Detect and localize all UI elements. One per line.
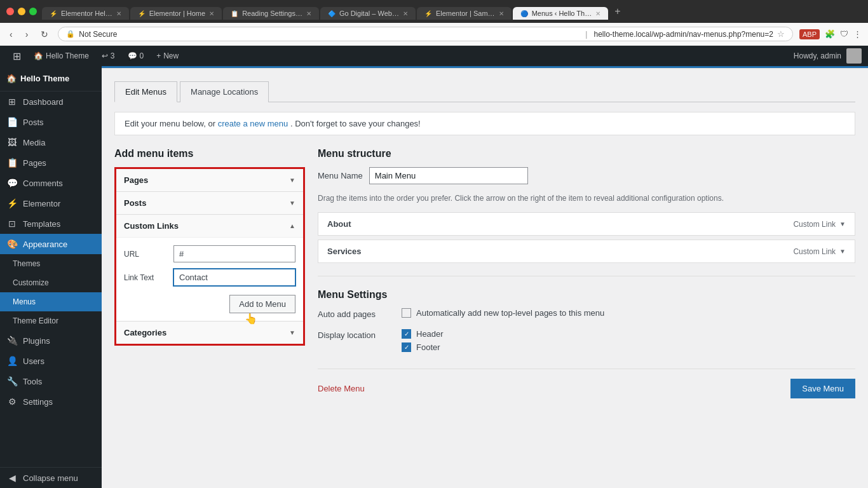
site-name-item[interactable]: 🏠 Hello Theme [27, 46, 95, 66]
accordion-pages-header[interactable]: Pages ▼ [116, 169, 303, 191]
tab-manage-locations-label: Manage Locations [191, 87, 258, 97]
about-item-type-label: Custom Link [793, 220, 836, 229]
sidebar-label-users: Users [23, 356, 44, 366]
link-text-input[interactable] [173, 269, 295, 286]
accordion-categories-label: Categories [124, 328, 166, 337]
pages-icon: 📋 [6, 158, 18, 168]
wp-logo-item[interactable]: ⊞ [6, 46, 27, 66]
display-location-content: ✓ Header ✓ Footer [402, 329, 855, 356]
tab-manage-locations[interactable]: Manage Locations [180, 81, 269, 102]
browser-tab-4[interactable]: 🔷 Go Digital – Web… ✕ [320, 7, 416, 20]
accordion-posts-arrow: ▼ [289, 200, 295, 207]
accordion-pages-label: Pages [124, 175, 148, 185]
sidebar-item-appearance[interactable]: 🎨 Appearance [0, 234, 102, 254]
sidebar-item-templates[interactable]: ⊡ Templates [0, 214, 102, 234]
wp-admin-bar: ⊞ 🏠 Hello Theme ↩ 3 💬 0 + New Howdy, adm… [0, 46, 868, 66]
star-icon[interactable]: ☆ [777, 29, 785, 39]
footer-checkbox-row: ✓ Footer [402, 342, 855, 352]
elementor-icon: ⚡ [6, 198, 18, 208]
puzzle-icon[interactable]: 🧩 [825, 29, 835, 39]
menu-item-about: About Custom Link ▼ [318, 212, 855, 236]
create-new-menu-link[interactable]: create a new menu [218, 119, 288, 128]
browser-tab-2[interactable]: ⚡ Elementor | Home ✕ [130, 7, 222, 20]
comments-icon: 💬 [128, 51, 137, 60]
about-item-expand[interactable]: ▼ [839, 220, 846, 227]
sidebar-item-posts[interactable]: 📄 Posts [0, 112, 102, 132]
services-item-name: Services [327, 247, 362, 256]
updates-item[interactable]: ↩ 3 [95, 46, 121, 66]
back-button[interactable]: ‹ [6, 28, 16, 41]
tab-close-4[interactable]: ✕ [403, 10, 408, 17]
sidebar-item-media[interactable]: 🖼 Media [0, 132, 102, 152]
url-row: URL [124, 245, 295, 262]
menu-name-row: Menu Name [318, 167, 855, 184]
tab-close-5[interactable]: ✕ [499, 10, 504, 17]
minimize-dot[interactable] [18, 8, 25, 15]
add-to-menu-button[interactable]: Add to Menu [229, 295, 295, 313]
sidebar-item-plugins[interactable]: 🔌 Plugins [0, 330, 102, 351]
tab-close-2[interactable]: ✕ [209, 10, 214, 17]
delete-menu-link[interactable]: Delete Menu [318, 384, 365, 393]
browser-tab-1[interactable]: ⚡ Elementor Hel… ✕ [42, 7, 129, 20]
settings-icon: ⚙ [6, 396, 18, 407]
menu-icon[interactable]: ⋮ [853, 29, 862, 39]
tab-close-1[interactable]: ✕ [116, 10, 121, 17]
shield-icon[interactable]: 🛡 [840, 29, 848, 39]
services-item-expand[interactable]: ▼ [839, 248, 846, 255]
sidebar-item-elementor[interactable]: ⚡ Elementor [0, 193, 102, 214]
new-tab-button[interactable]: + [609, 3, 625, 20]
auto-add-content: Automatically add new top-level pages to… [402, 308, 855, 322]
sidebar-item-users[interactable]: 👤 Users [0, 351, 102, 371]
accordion-categories-header[interactable]: Categories ▼ [116, 322, 303, 344]
sidebar-label-appearance: Appearance [23, 240, 67, 249]
new-item[interactable]: + New [150, 46, 185, 66]
forward-button[interactable]: › [22, 28, 32, 41]
sidebar-site-name: 🏠 Hello Theme [6, 74, 95, 83]
close-dot[interactable] [6, 8, 14, 15]
users-icon: 👤 [6, 356, 18, 366]
sidebar-item-customize[interactable]: Customize [0, 273, 102, 292]
sidebar-item-dashboard[interactable]: ⊞ Dashboard [0, 92, 102, 112]
url-label: URL [124, 250, 168, 259]
browser-tab-6[interactable]: 🔵 Menus ‹ Hello Th… ✕ [513, 7, 609, 20]
sidebar-collapse[interactable]: ◀ Collapse menu [0, 467, 102, 488]
refresh-button[interactable]: ↻ [37, 28, 51, 41]
services-item-type: Custom Link ▼ [793, 247, 846, 256]
collapse-icon: ◀ [6, 473, 18, 483]
maximize-dot[interactable] [29, 8, 37, 15]
sidebar-item-tools[interactable]: 🔧 Tools [0, 371, 102, 391]
footer-location-label: Footer [416, 342, 440, 352]
accordion-custom-links-header[interactable]: Custom Links ▲ [116, 215, 303, 237]
header-checkbox[interactable]: ✓ [402, 329, 411, 339]
auto-add-checkbox[interactable] [402, 308, 411, 318]
admin-avatar [846, 48, 862, 64]
tools-icon: 🔧 [6, 376, 18, 386]
browser-tab-5[interactable]: ⚡ Elementor | Sam… ✕ [417, 7, 512, 20]
sidebar-item-theme-editor[interactable]: Theme Editor [0, 311, 102, 330]
add-menu-items-title: Add menu items [114, 148, 305, 159]
browser-actions: ABP 🧩 🛡 ⋮ [799, 29, 862, 39]
notice-box: Edit your menu below, or create a new me… [114, 112, 855, 135]
sidebar-item-menus[interactable]: Menus [0, 292, 102, 311]
sidebar-item-themes[interactable]: Themes [0, 254, 102, 273]
tab-edit-menus[interactable]: Edit Menus [114, 81, 177, 102]
address-input[interactable]: 🔒 Not Secure | hello-theme.local/wp-admi… [58, 27, 793, 41]
save-menu-button[interactable]: Save Menu [790, 379, 855, 398]
tab-close-3[interactable]: ✕ [306, 10, 311, 17]
sidebar-item-settings[interactable]: ⚙ Settings [0, 391, 102, 412]
sidebar-item-comments[interactable]: 💬 Comments [0, 173, 102, 193]
extensions-icon[interactable]: ABP [799, 29, 820, 39]
accordion-posts: Posts ▼ [116, 192, 303, 215]
browser-dots [6, 8, 37, 15]
menu-name-input[interactable] [369, 167, 528, 184]
accordion-posts-header[interactable]: Posts ▼ [116, 192, 303, 214]
tab-close-6[interactable]: ✕ [595, 10, 600, 17]
comments-item[interactable]: 💬 0 [121, 46, 151, 66]
site-name-label: Hello Theme [46, 51, 89, 60]
url-input[interactable] [173, 245, 295, 262]
media-icon: 🖼 [6, 137, 18, 147]
browser-tab-3[interactable]: 📋 Reading Settings… ✕ [223, 7, 319, 20]
footer-checkbox[interactable]: ✓ [402, 342, 411, 352]
sidebar-item-pages[interactable]: 📋 Pages [0, 152, 102, 173]
display-location-label: Display location [318, 329, 394, 340]
